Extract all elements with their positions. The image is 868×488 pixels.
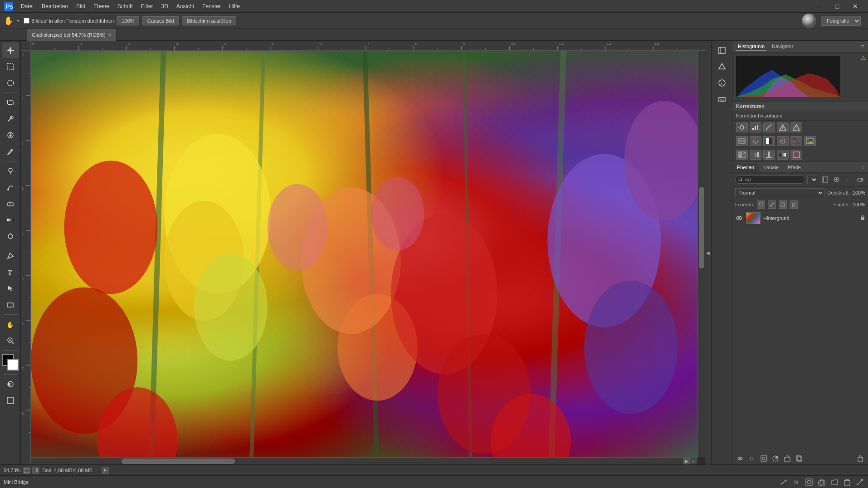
hand-tool-icon[interactable]: ✋ — [4, 16, 14, 26]
timeline-play-btn[interactable]: ▶ — [102, 467, 109, 474]
hand-tool[interactable]: ✋ — [2, 317, 19, 332]
workspace-dropdown[interactable]: Fotografie — [821, 16, 861, 26]
close-tab-button[interactable]: × — [108, 32, 112, 38]
tab-pfade[interactable]: Pfade — [783, 162, 805, 172]
bottom-camera-icon[interactable] — [817, 478, 826, 487]
btn-100-percent[interactable]: 100% — [117, 16, 139, 25]
selection-tool[interactable] — [2, 59, 19, 74]
layer-search-input[interactable] — [745, 177, 781, 182]
layer-visibility-toggle[interactable] — [855, 175, 865, 185]
corr-posterize[interactable] — [750, 150, 761, 160]
corr-curves[interactable] — [763, 122, 775, 132]
btn-fill-screen[interactable]: Bildschirm ausfüllen — [182, 16, 236, 25]
gradient-tool[interactable] — [2, 212, 19, 228]
bottom-fx-icon[interactable]: fx — [792, 478, 801, 487]
menu-ansicht[interactable]: Ansicht — [173, 2, 198, 10]
sidebar-panel-btn-info[interactable]: i — [714, 75, 730, 91]
layer-type-icon[interactable] — [820, 175, 830, 185]
corr-threshold[interactable] — [763, 150, 775, 160]
corr-color-lookup[interactable] — [804, 136, 816, 146]
new-fill-adj-btn[interactable] — [770, 454, 780, 464]
sidebar-panel-btn-1[interactable] — [714, 43, 730, 58]
ebenen-panel-options[interactable]: ≡ — [858, 162, 868, 172]
fix-lock-icon[interactable] — [790, 200, 798, 209]
corr-color-balance[interactable] — [750, 136, 761, 146]
dodge-tool[interactable] — [2, 229, 19, 244]
corr-channel-mixer[interactable] — [790, 136, 802, 146]
close-button[interactable]: ✕ — [846, 0, 864, 13]
history-brush-tool[interactable] — [2, 180, 19, 195]
blend-mode-select[interactable]: Normal — [735, 188, 824, 197]
screen-mode-tool[interactable] — [2, 393, 19, 408]
minimize-button[interactable]: – — [810, 0, 828, 13]
brush-tool[interactable] — [2, 144, 19, 159]
scroll-right-btn[interactable]: ▷ — [690, 458, 697, 464]
corr-brightness[interactable] — [736, 122, 748, 132]
corr-vibrance[interactable] — [790, 122, 802, 132]
fix-position-icon[interactable] — [757, 200, 765, 209]
delete-layer-btn[interactable] — [855, 454, 865, 464]
status-icon-screen[interactable] — [23, 467, 30, 474]
rectangle-tool[interactable] — [2, 297, 19, 312]
sidebar-panel-btn-2[interactable] — [714, 59, 730, 74]
fx-btn[interactable]: fx — [747, 454, 757, 464]
menu-datei[interactable]: Datei — [17, 2, 37, 10]
path-selection-tool[interactable] — [2, 281, 19, 296]
bottom-trash-icon[interactable] — [843, 478, 852, 487]
btn-full-image[interactable]: Ganzes Bild — [142, 16, 179, 25]
spot-heal-tool[interactable] — [2, 127, 19, 143]
panel-expand-icon[interactable]: ≡ — [861, 43, 864, 50]
bottom-mask-icon[interactable] — [805, 478, 814, 487]
menu-hilfe[interactable]: Hilfe — [225, 2, 244, 10]
scrollbar-horizontal[interactable]: ▶ ▷ — [31, 457, 697, 464]
corr-selective-color[interactable] — [790, 150, 802, 160]
corr-photo-filter[interactable] — [777, 136, 789, 146]
layer-hintergrund[interactable]: Hintergrund — [732, 210, 868, 226]
menu-bild[interactable]: Bild — [73, 2, 89, 10]
menu-filter[interactable]: Filter — [137, 2, 157, 10]
link-layers-btn[interactable] — [735, 454, 745, 464]
lasso-tool[interactable] — [2, 75, 19, 91]
tab-kanaele[interactable]: Kanäle — [759, 162, 783, 172]
fix-transform-icon[interactable] — [779, 200, 787, 209]
add-mask-btn[interactable] — [759, 454, 769, 464]
layer-filter-type-select[interactable]: ▼ — [807, 176, 818, 184]
menu-schrift[interactable]: Schrift — [114, 2, 137, 10]
menu-bearbeiten[interactable]: Bearbeiten — [38, 2, 72, 10]
bottom-expand-icon[interactable] — [855, 478, 864, 487]
all-windows-checkbox[interactable] — [24, 18, 29, 24]
layer-visibility-eye[interactable] — [735, 214, 743, 222]
corr-levels[interactable] — [750, 122, 761, 132]
scroll-play-btn[interactable]: ▶ — [683, 458, 690, 464]
layer-new-group-icon[interactable] — [832, 175, 842, 185]
tab-ebenen[interactable]: Ebenen — [732, 162, 759, 172]
fix-brush-icon[interactable] — [768, 200, 776, 209]
menu-3d[interactable]: 3D — [157, 2, 171, 10]
menu-fenster[interactable]: Fenster — [199, 2, 224, 10]
bottom-link-icon[interactable] — [779, 478, 788, 487]
document-tab[interactable]: Gladiolen.psd bei 54,7% (RGB/8) × — [27, 29, 117, 41]
zoom-tool[interactable] — [2, 333, 19, 348]
collapse-panels-button[interactable]: ◀ — [705, 41, 711, 464]
corr-black-white[interactable] — [763, 136, 775, 146]
bottom-folder-icon[interactable] — [830, 478, 839, 487]
sidebar-panel-btn-4[interactable] — [714, 92, 730, 107]
menu-ebene[interactable]: Ebene — [90, 2, 113, 10]
scrollbar-thumb-vertical[interactable] — [699, 187, 704, 268]
scrollbar-vertical[interactable] — [697, 51, 705, 457]
fg-bg-colors[interactable] — [2, 354, 19, 371]
tab-navigator[interactable]: Navigator — [770, 43, 795, 51]
corr-hsl[interactable] — [736, 136, 748, 146]
clone-stamp-tool[interactable] — [2, 163, 19, 179]
tool-options-arrow[interactable] — [15, 18, 21, 24]
corr-gradient-map[interactable] — [777, 150, 789, 160]
eyedropper-tool[interactable] — [2, 111, 19, 127]
background-color[interactable] — [7, 359, 19, 371]
new-layer-btn[interactable] — [794, 454, 804, 464]
maximize-button[interactable]: □ — [828, 0, 846, 13]
layer-adjustment-icon[interactable]: T — [844, 175, 853, 185]
new-group-btn[interactable] — [782, 454, 792, 464]
pen-tool[interactable] — [2, 248, 19, 264]
type-tool[interactable]: T — [2, 264, 19, 280]
scrollbar-thumb-horizontal[interactable] — [122, 459, 235, 464]
